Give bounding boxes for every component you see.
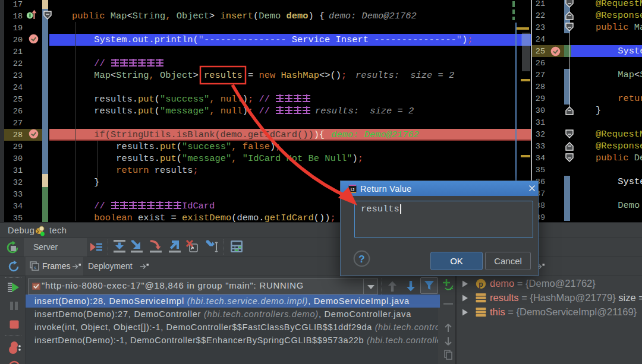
svg-text:IJ: IJ	[351, 187, 354, 192]
svg-text:p: p	[479, 280, 483, 289]
svg-text:s: s	[34, 265, 37, 270]
svg-text:?: ?	[358, 254, 364, 265]
